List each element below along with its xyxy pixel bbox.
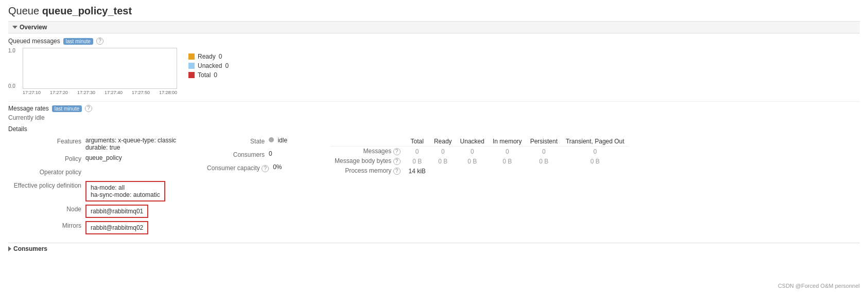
body-bytes-ready: 0 B [430,156,456,166]
message-rates-badge[interactable]: last minute [52,105,82,112]
currently-idle-text: Currently idle [8,114,860,121]
effective-policy-label: Effective policy definition [8,181,85,189]
stats-table: Total Ready Unacked In memory Persistent… [331,137,629,176]
process-memory-empty2 [456,166,489,176]
last-minute-badge[interactable]: last minute [63,38,93,45]
process-memory-value: 14 kiB [405,166,430,176]
legend-total-value: 0 [214,71,217,79]
consumer-capacity-value: 0% [273,163,282,171]
messages-label-text: Messages [363,148,391,155]
body-bytes-row: Message body bytes ? 0 B 0 B 0 B 0 B 0 B… [331,156,629,166]
features-arguments-key: arguments: x-queue-type: [85,137,156,144]
details-right-col: Total Ready Unacked In memory Persistent… [331,137,629,176]
process-memory-empty4 [526,166,562,176]
details-section: Details Features arguments: x-queue-type… [8,125,860,237]
stats-col-transient: Transient, Paged Out [562,137,629,146]
messages-help-icon[interactable]: ? [393,148,401,155]
stats-row-label-header [331,137,404,146]
legend-ready-label: Ready [198,53,216,60]
features-row: Features arguments: x-queue-type: classi… [8,137,176,151]
overview-label: Overview [20,24,47,31]
stats-col-in-memory: In memory [489,137,526,146]
message-rates-help-icon[interactable]: ? [85,105,92,112]
messages-in-memory: 0 [489,146,526,157]
consumers-mid-label: Consumers [207,150,269,158]
legend-unacked-label: Unacked [198,62,222,69]
x-label-1: 17:27:20 [50,90,68,95]
messages-total: 0 [405,146,430,157]
body-bytes-label: Message body bytes ? [331,156,404,166]
consumer-capacity-label: Consumer capacity ? [207,163,273,172]
consumers-mid-row: Consumers 0 [207,150,300,160]
features-arguments-val: classic [158,137,176,144]
process-memory-empty3 [489,166,526,176]
body-bytes-in-memory: 0 B [489,156,526,166]
overview-section-header[interactable]: Overview [8,21,860,33]
node-row: Node rabbit@rabbitmq01 [8,205,176,218]
body-bytes-total: 0 B [405,156,430,166]
chart-legend: Ready 0 Unacked 0 Total 0 [188,53,229,81]
x-label-5: 17:28:00 [159,90,177,95]
stats-col-total: Total [405,137,430,146]
queued-messages-help-icon[interactable]: ? [96,38,103,45]
stats-col-unacked: Unacked [456,137,489,146]
node-label: Node [8,205,85,213]
consumers-section[interactable]: Consumers [8,243,860,252]
message-rates-label: Message rates [8,105,49,112]
y-label-bottom: 0.0 [8,83,15,89]
ha-mode-val: all [118,184,125,191]
details-left-col: Features arguments: x-queue-type: classi… [8,137,176,237]
legend-total-label: Total [198,71,211,79]
x-label-0: 17:27:10 [23,90,41,95]
body-bytes-help-icon[interactable]: ? [393,158,401,165]
state-label: State [207,137,269,145]
y-label-top: 1.0 [8,48,15,53]
legend-item-unacked: Unacked 0 [188,62,229,69]
messages-row: Messages ? 0 0 0 0 0 0 [331,146,629,157]
operator-policy-row: Operator policy [8,168,176,178]
ha-sync-mode-row: ha-sync-mode: automatic [91,191,160,198]
features-label: Features [8,137,85,145]
stats-col-persistent: Persistent [526,137,562,146]
effective-policy-row: Effective policy definition ha-mode: all… [8,181,176,202]
process-memory-empty5 [562,166,629,176]
ha-mode-key: ha-mode: [91,184,117,191]
node-value-text: rabbit@rabbitmq01 [91,208,143,215]
legend-ready-value: 0 [219,53,222,60]
policy-value: queue_policy [85,154,122,161]
ha-mode-row: ha-mode: all [91,184,160,191]
body-bytes-label-text: Message body bytes [335,157,391,164]
consumer-capacity-row: Consumer capacity ? 0% [207,163,300,174]
process-memory-help-icon[interactable]: ? [393,168,401,175]
mirrors-value: rabbit@rabbitmq02 [85,221,148,234]
queued-messages-label-row: Queued messages last minute ? [8,38,860,45]
consumer-capacity-help-icon[interactable]: ? [262,165,269,172]
state-dot-icon [269,137,274,142]
body-bytes-persistent: 0 B [526,156,562,166]
chart-and-legend: 1.0 0.0 17:27:10 17:27:20 17:27:30 17:27… [8,48,860,95]
state-row: State idle [207,137,300,147]
operator-policy-label: Operator policy [8,168,85,176]
unacked-color-swatch [188,63,195,69]
stats-header-row: Total Ready Unacked In memory Persistent… [331,137,629,146]
mirrors-row: Mirrors rabbit@rabbitmq02 [8,221,176,234]
features-value: arguments: x-queue-type: classic durable… [85,137,176,151]
message-rates-section: Message rates last minute ? Currently id… [8,105,860,121]
total-color-swatch [188,72,195,78]
legend-unacked-value: 0 [225,62,229,69]
page-container: Queue queue_policy_test Overview Queued … [0,0,868,258]
process-memory-label-text: Process memory [345,167,391,174]
node-box: rabbit@rabbitmq01 [85,205,148,218]
overview-collapse-icon [12,26,18,29]
ha-sync-mode-val: automatic [133,191,160,198]
state-value-text: idle [277,137,287,144]
features-durable-val: true [110,144,120,151]
legend-item-ready: Ready 0 [188,53,229,60]
page-title: Queue queue_policy_test [8,5,860,17]
details-middle-col: State idle Consumers 0 Consumer capacity… [207,137,300,177]
body-bytes-unacked: 0 B [456,156,489,166]
chart-area [23,48,177,89]
chart-y-labels: 1.0 0.0 [8,48,15,89]
process-memory-empty1 [430,166,456,176]
state-value: idle [269,137,287,144]
